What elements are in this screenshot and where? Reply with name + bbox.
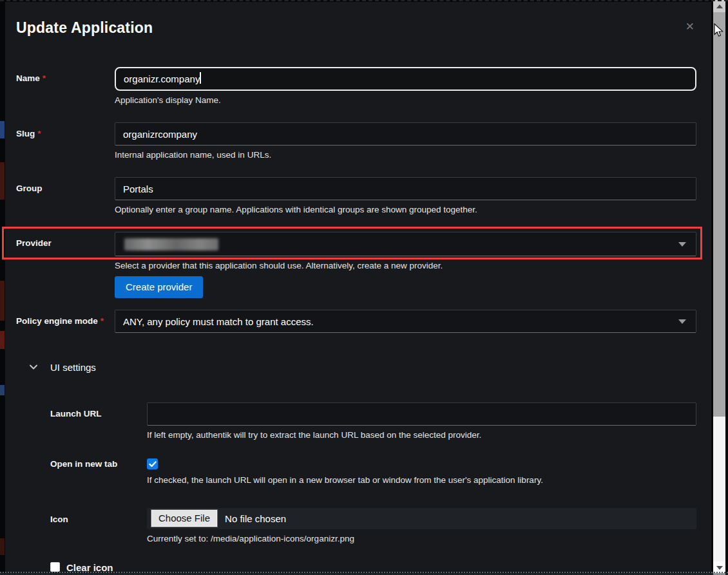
group-label: Group xyxy=(16,177,115,214)
form-group-clear-icon: Clear icon xyxy=(50,562,696,573)
form-group-launch-url: Launch URL If left empty, authentik will… xyxy=(50,402,696,440)
background-fragment xyxy=(0,538,5,555)
provider-label: Provider xyxy=(16,232,115,298)
form-group-open-in-new-tab: Open in new tab If checked, the launch U… xyxy=(50,457,696,485)
scrollbar-thumb[interactable] xyxy=(713,12,725,417)
check-icon xyxy=(149,461,157,467)
arrow-down-icon xyxy=(716,566,723,570)
icon-file-input[interactable]: Choose File No file chosen xyxy=(147,508,696,529)
form-group-slug: Slug* Internal application name, used in… xyxy=(16,122,696,160)
open-in-new-tab-label: Open in new tab xyxy=(50,457,147,485)
screenshot-edge xyxy=(0,0,728,1)
form-group-provider: Provider Select a provider that this app… xyxy=(16,232,696,298)
page-title: Update Application xyxy=(16,18,696,37)
group-help: Optionally enter a group name. Applicati… xyxy=(115,205,696,214)
background-fragment xyxy=(0,121,5,138)
scroll-up-button[interactable] xyxy=(713,0,725,12)
background-fragment xyxy=(0,281,5,321)
policy-engine-mode-value: ANY, any policy must match to grant acce… xyxy=(123,316,314,327)
close-icon[interactable]: ✕ xyxy=(685,21,694,32)
clear-icon-label: Clear icon xyxy=(66,562,113,573)
policy-engine-mode-select[interactable]: ANY, any policy must match to grant acce… xyxy=(115,310,696,333)
chevron-down-icon xyxy=(678,319,686,324)
form-group-policy-engine-mode: Policy engine mode* ANY, any policy must… xyxy=(16,310,696,333)
background-fragment xyxy=(0,162,5,200)
policy-engine-mode-label: Policy engine mode* xyxy=(16,310,115,333)
vertical-scrollbar[interactable] xyxy=(713,0,725,575)
open-in-new-tab-checkbox[interactable] xyxy=(147,458,158,469)
ui-settings-section-label: UI settings xyxy=(50,362,96,373)
file-chosen-status: No file chosen xyxy=(225,513,286,524)
slug-input[interactable] xyxy=(115,122,696,146)
open-in-new-tab-help: If checked, the launch URL will open in … xyxy=(147,475,696,485)
ui-settings-section-toggle[interactable]: UI settings xyxy=(29,360,696,374)
text-cursor xyxy=(200,72,201,84)
application-form: Name* Application's display Name. Slug* … xyxy=(16,67,696,572)
provider-select[interactable] xyxy=(115,232,696,256)
create-provider-button[interactable]: Create provider xyxy=(115,276,203,298)
chevron-down-icon xyxy=(678,242,686,247)
choose-file-button[interactable]: Choose File xyxy=(151,510,217,527)
form-group-group: Group Optionally enter a group name. App… xyxy=(16,177,696,214)
ui-settings-section-body: Launch URL If left empty, authentik will… xyxy=(16,402,696,572)
launch-url-help: If left empty, authentik will try to ext… xyxy=(147,430,696,440)
name-label: Name* xyxy=(16,67,115,105)
name-help: Application's display Name. xyxy=(115,95,696,105)
slug-help: Internal application name, used in URLs. xyxy=(115,150,696,160)
provider-help: Select a provider that this application … xyxy=(115,261,696,270)
provider-value-redacted xyxy=(124,238,218,250)
slug-label: Slug* xyxy=(16,122,115,160)
clear-icon-checkbox[interactable] xyxy=(50,562,60,572)
group-input[interactable] xyxy=(115,177,696,200)
form-group-name: Name* Application's display Name. xyxy=(16,67,696,105)
form-group-icon: Icon Choose File No file chosen Currentl… xyxy=(50,508,696,543)
launch-url-label: Launch URL xyxy=(50,402,147,440)
chevron-down-icon xyxy=(29,363,38,372)
arrow-up-icon xyxy=(716,5,723,8)
background-fragment xyxy=(0,331,5,349)
screenshot-edge xyxy=(0,572,728,573)
update-application-modal: Update Application ✕ Name* Application's… xyxy=(5,2,711,572)
screenshot-viewport: Update Application ✕ Name* Application's… xyxy=(0,0,728,575)
background-fragment xyxy=(0,385,5,395)
launch-url-input[interactable] xyxy=(147,402,696,426)
icon-help: Currently set to: /media/application-ico… xyxy=(147,534,696,543)
required-asterisk: * xyxy=(37,129,41,138)
name-input[interactable] xyxy=(115,67,696,91)
required-asterisk: * xyxy=(101,316,104,326)
required-asterisk: * xyxy=(43,73,46,83)
icon-label: Icon xyxy=(50,508,147,543)
